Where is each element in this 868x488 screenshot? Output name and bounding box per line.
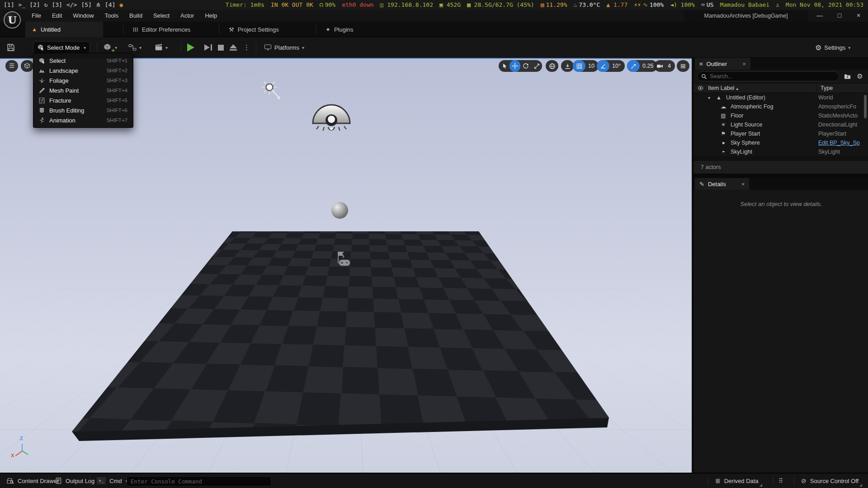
source-control-button[interactable]: ⊘ Source Control Off (797, 474, 863, 488)
workspace-2[interactable]: [2] (29, 0, 40, 10)
workspace-5[interactable]: [5] (81, 0, 91, 10)
select-tool-button[interactable] (499, 60, 509, 72)
select-mode-icon (37, 44, 44, 51)
chevron-down-icon: ▾ (139, 45, 142, 50)
scale-snap-control[interactable]: 0.25 (627, 60, 657, 72)
edit-blueprint-link[interactable]: Edit BP_Sky_Sp (818, 140, 866, 146)
rotate-tool-button[interactable] (520, 60, 531, 72)
workspace-3[interactable]: [3] (52, 0, 62, 10)
visibility-column-header[interactable] (693, 85, 707, 91)
rotation-snap-control[interactable]: 10° (597, 60, 625, 72)
minimize-button[interactable]: — (812, 10, 827, 22)
outliner-settings-button[interactable]: ⚙ (854, 71, 865, 81)
mode-menu-item-mesh-paint[interactable]: Mesh Paint SHIFT+4 (33, 85, 133, 95)
tab-separator (219, 25, 219, 34)
workspace-list: [1] >_ [2] ↻ [3] </> [5] ⋔ [4] ◉ (4, 0, 123, 10)
chevron-down-icon: ▾ (302, 45, 304, 50)
select-mode-dropdown[interactable]: Select Mode ▾ (33, 41, 90, 54)
outliner-column-header: Item Label▴ Type (693, 83, 868, 93)
sky-sphere-gizmo[interactable] (331, 202, 348, 219)
outliner-row-player-start[interactable]: ⚑ Player Start PlayerStart (693, 129, 868, 138)
tab-untitled-level[interactable]: ▲ Untitled (25, 22, 103, 37)
menu-edit[interactable]: Edit (47, 10, 67, 22)
fracture-mode-icon (38, 97, 45, 104)
outliner-row-floor[interactable]: ▧ Floor StaticMeshActo (693, 111, 868, 120)
unreal-logo[interactable]: U (4, 11, 21, 28)
derived-data-button[interactable]: ≣ Derived Data (711, 474, 763, 488)
tab-outliner[interactable]: ≡ Outliner × (695, 58, 750, 70)
tab-separator (316, 25, 316, 34)
workspace-1[interactable]: [1] (4, 0, 14, 10)
volume-status: ◄) 100% (670, 0, 695, 10)
item-label-column-header[interactable]: Item Label▴ (707, 85, 816, 91)
play-button[interactable] (187, 41, 194, 54)
coordinate-system-button[interactable] (546, 60, 558, 72)
mode-menu-item-animation[interactable]: Animation SHIFT+7 (33, 115, 133, 125)
play-options-kebab[interactable]: ⋮ (243, 41, 250, 54)
new-folder-button[interactable] (842, 71, 853, 81)
platforms-dropdown[interactable]: Platforms ▾ (264, 41, 304, 54)
sliders-icon: ☰ (132, 27, 139, 32)
cube-icon (24, 63, 30, 69)
directional-light-gizmo[interactable] (257, 80, 291, 107)
stop-button[interactable] (218, 41, 224, 54)
mode-menu-item-brush-editing[interactable]: Brush Editing SHIFT+6 (33, 105, 133, 115)
eject-button[interactable] (230, 41, 237, 54)
viewport-options-button[interactable]: ☰ (5, 60, 18, 72)
close-icon[interactable]: × (742, 61, 746, 67)
skylight-dome-gizmo[interactable] (309, 101, 354, 136)
username: Mamadou Babaei (720, 0, 769, 10)
mode-menu-item-foliage[interactable]: Foliage SHIFT+3 (33, 75, 133, 85)
menu-tools[interactable]: Tools (99, 10, 124, 22)
search-field[interactable] (697, 71, 839, 81)
scale-tool-button[interactable] (531, 60, 542, 72)
menu-actor[interactable]: Actor (175, 10, 199, 22)
cinematics-button[interactable]: ▾ (155, 41, 168, 54)
mode-menu-item-landscape[interactable]: Landscape SHIFT+2 (33, 66, 133, 75)
mode-menu-item-fracture[interactable]: Fracture SHIFT+5 (33, 95, 133, 105)
cpu-status: 11.29% (546, 0, 567, 10)
menu-item-label: Fracture (49, 97, 107, 104)
foliage-mode-icon (38, 77, 45, 84)
tab-project-settings[interactable]: ⚒ Project Settings (222, 22, 285, 37)
tab-editor-preferences[interactable]: ☰ Editor Preferences (127, 22, 197, 37)
settings-dropdown[interactable]: ⚙ Settings ▾ (815, 41, 850, 54)
outliner-row-atmospheric-fog[interactable]: ☁ Atmospheric Fog AtmosphericFo (693, 102, 868, 111)
surface-snapping-button[interactable] (561, 60, 574, 72)
menu-file[interactable]: File (26, 10, 47, 22)
move-tool-button[interactable] (509, 60, 520, 72)
camera-speed-control[interactable]: 4 (654, 60, 675, 72)
save-button[interactable] (6, 41, 15, 54)
menu-build[interactable]: Build (124, 10, 148, 22)
panel-divider[interactable] (693, 174, 868, 178)
window-title: MamadouArchives [DebugGame] (684, 10, 808, 22)
player-start-gizmo[interactable] (332, 250, 353, 269)
outliner-row-untitled[interactable]: ▾ ▲ Untitled (Editor) World (693, 93, 868, 102)
search-input[interactable] (710, 73, 835, 80)
outliner-row-light-source[interactable]: ☀ Light Source DirectionalLight (693, 120, 868, 129)
skip-button[interactable] (204, 41, 212, 54)
add-actor-button[interactable]: + ▾ (103, 41, 117, 54)
menu-window[interactable]: Window (67, 10, 99, 22)
viewport-layout-button[interactable]: ⊞ (677, 60, 689, 72)
workspace-4[interactable]: [4] (105, 0, 115, 10)
viewport-perspective-button[interactable] (21, 60, 33, 72)
outliner-row-sky-sphere[interactable]: ● Sky Sphere Edit BP_Sky_Sp (693, 138, 868, 147)
row-label: Untitled (Editor) (726, 94, 765, 101)
close-icon[interactable]: × (741, 181, 745, 188)
outliner-scrollbar[interactable] (864, 95, 867, 118)
menu-select[interactable]: Select (148, 10, 175, 22)
tab-details[interactable]: ✎ Details × (695, 178, 749, 190)
expander-icon[interactable]: ▾ (708, 95, 710, 100)
console-command-input[interactable] (127, 476, 271, 486)
grid-snap-control[interactable]: 10 (573, 60, 599, 72)
insights-button[interactable]: ⠿ (776, 474, 786, 488)
blueprints-button[interactable]: ▾ (128, 41, 142, 54)
maximize-button[interactable]: □ (832, 10, 847, 22)
menu-help[interactable]: Help (199, 10, 222, 22)
outliner-row-skylight[interactable]: ◓ SkyLight SkyLight (693, 147, 868, 156)
tab-plugins[interactable]: ✦ Plugins (319, 22, 360, 37)
mode-menu-item-select[interactable]: Select SHIFT+1 (33, 56, 133, 66)
close-button[interactable]: × (851, 10, 866, 22)
type-column-header[interactable]: Type (816, 85, 868, 91)
